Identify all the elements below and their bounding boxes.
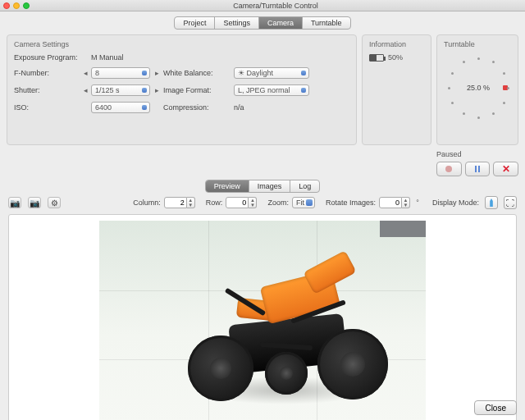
turntable-title: Turntable [444, 40, 511, 48]
row-input[interactable] [226, 197, 249, 208]
column-input[interactable] [164, 197, 187, 208]
row-stepper[interactable]: ▲▼ [226, 197, 257, 208]
turntable-dot [477, 116, 480, 119]
fnumber-select[interactable]: 8 [91, 67, 150, 79]
mid-tab-strip: PreviewImagesLog [0, 180, 525, 193]
camera-settings-panel: Camera Settings Exposure Program: M Manu… [7, 34, 357, 145]
chevron-left-icon[interactable]: ◂ [82, 69, 89, 77]
gear-icon[interactable]: ⚙ [48, 197, 61, 208]
zoom-value: Fit [296, 199, 304, 207]
iso-label: ISO: [14, 103, 80, 112]
compression-label: Compression: [163, 103, 222, 112]
stepper-icon[interactable]: ▲▼ [249, 197, 257, 208]
turntable-dot [492, 61, 495, 63]
window-titlebar: Camera/Turntable Control [0, 0, 525, 11]
iso-select[interactable]: 6400 [91, 102, 150, 113]
close-icon[interactable] [3, 2, 10, 9]
tab-settings[interactable]: Settings [215, 17, 259, 29]
chevron-right-icon[interactable]: ▸ [153, 86, 161, 94]
traffic-lights [3, 2, 30, 9]
iso-value: 6400 [95, 103, 112, 112]
information-panel: Information 50% [362, 34, 431, 145]
turntable-dot [451, 102, 454, 104]
shutter-label: Shutter: [14, 86, 80, 94]
display-mode-person-button[interactable] [485, 196, 498, 209]
turntable-panel: Turntable 25.0 % [436, 34, 518, 145]
turntable-diagram: 25.0 % [444, 53, 513, 122]
display-mode-label: Display Mode: [432, 199, 479, 207]
stop-button[interactable]: ✕ [493, 162, 518, 176]
turntable-dot [492, 112, 495, 115]
stop-icon: ✕ [502, 163, 510, 175]
turntable-dot [463, 112, 465, 115]
camera2-icon[interactable]: 📷 [28, 197, 41, 208]
camera-settings-title: Camera Settings [14, 40, 349, 48]
white-balance-value: ☀ Daylight [238, 69, 273, 77]
shutter-value: 1/125 s [95, 86, 120, 94]
pause-icon [474, 165, 481, 174]
preview-toolbar: 📷 📷 ⚙ Column: ▲▼ Row: ▲▼ Zoom: Fit Rotat… [0, 193, 525, 212]
footer: Close [474, 400, 517, 415]
information-title: Information [369, 40, 424, 48]
paused-label: Paused [436, 150, 518, 158]
white-balance-label: White Balance: [163, 69, 222, 77]
turntable-dot [477, 57, 480, 60]
pause-button[interactable] [465, 162, 491, 176]
exposure-program-value: M Manual [91, 53, 309, 62]
fnumber-label: F-Number: [14, 69, 80, 77]
row-label: Row: [206, 199, 223, 207]
stepper-icon[interactable]: ▲▼ [402, 197, 410, 208]
turntable-dot [503, 72, 505, 75]
rotate-input[interactable] [379, 197, 402, 208]
camera-icon[interactable]: 📷 [8, 197, 21, 208]
close-button[interactable]: Close [474, 400, 517, 415]
compression-value: n/a [234, 103, 309, 112]
turntable-dot [448, 87, 450, 89]
zoom-label: Zoom: [267, 199, 289, 207]
turntable-dot [507, 87, 509, 89]
chevron-right-icon[interactable]: ▸ [153, 69, 161, 77]
column-stepper[interactable]: ▲▼ [164, 197, 195, 208]
tab-camera[interactable]: Camera [259, 17, 303, 29]
tab-turntable[interactable]: Turntable [303, 17, 350, 29]
preview-image [99, 221, 426, 420]
window-title: Camera/Turntable Control [30, 2, 522, 10]
display-mode-expand-button[interactable] [504, 196, 517, 209]
rotate-unit: ° [413, 199, 422, 207]
turntable-percent: 25.0 % [467, 84, 490, 92]
tab-images[interactable]: Images [249, 180, 291, 192]
turntable-dot [451, 72, 454, 75]
battery-label: 50% [388, 53, 403, 62]
top-tab-strip: ProjectSettingsCameraTurntable [0, 16, 525, 30]
record-button[interactable] [436, 162, 462, 176]
shutter-select[interactable]: 1/125 s [91, 84, 150, 96]
zoom-icon[interactable] [23, 2, 30, 9]
turntable-dot [463, 61, 465, 63]
white-balance-select[interactable]: ☀ Daylight [234, 67, 309, 79]
record-icon [445, 166, 452, 172]
minimize-icon[interactable] [13, 2, 20, 9]
rotate-label: Rotate Images: [326, 199, 376, 207]
preview-area [8, 214, 517, 420]
image-format-select[interactable]: L, JPEG normal [234, 84, 309, 96]
image-format-label: Image Format: [163, 86, 222, 94]
turntable-dot [503, 102, 505, 104]
chevron-left-icon[interactable]: ◂ [82, 86, 89, 94]
exposure-program-label: Exposure Program: [14, 53, 80, 62]
tab-preview[interactable]: Preview [206, 180, 249, 192]
image-format-value: L, JPEG normal [238, 86, 290, 94]
tab-log[interactable]: Log [290, 180, 319, 192]
battery-icon [369, 54, 384, 62]
stepper-icon[interactable]: ▲▼ [187, 197, 195, 208]
fnumber-value: 8 [95, 69, 99, 77]
zoom-select[interactable]: Fit [292, 197, 315, 208]
column-label: Column: [133, 199, 161, 207]
tab-project[interactable]: Project [175, 17, 215, 29]
color-chip [380, 221, 426, 237]
rotate-stepper[interactable]: ▲▼ [379, 197, 410, 208]
